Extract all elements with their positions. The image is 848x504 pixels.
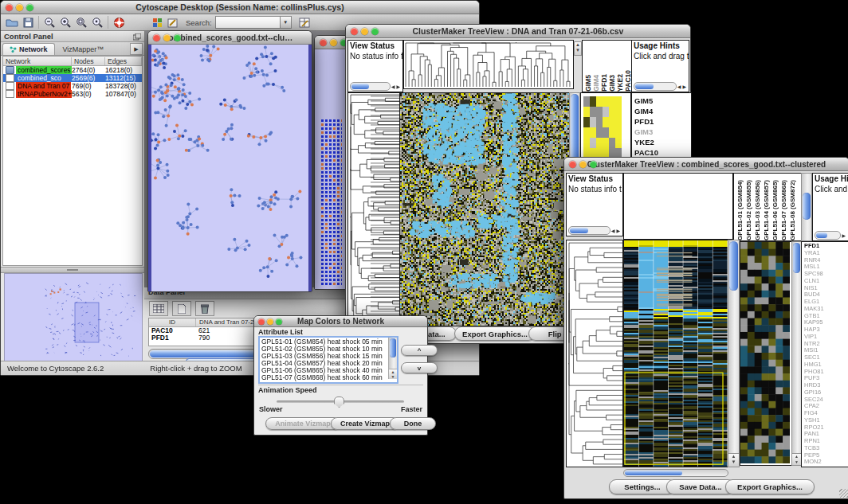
- gene-row-label[interactable]: YKE2: [634, 137, 691, 147]
- tv2-heatmap-vscrollbar[interactable]: ▲▼: [728, 240, 740, 467]
- gene-label[interactable]: PHO81: [804, 369, 848, 376]
- help-lifesaver-icon[interactable]: [111, 15, 127, 29]
- minimize-button[interactable]: [361, 28, 368, 35]
- scroll-left-icon[interactable]: ◀: [610, 228, 616, 233]
- tv2-heatmap-panel[interactable]: [623, 240, 728, 467]
- scroll-right-icon[interactable]: ▶: [615, 228, 621, 233]
- scroll-thumb[interactable]: [729, 241, 738, 291]
- array-column-label[interactable]: GPL51-01 (GSM854): [736, 180, 744, 240]
- column-label[interactable]: GIM3: [608, 75, 616, 92]
- array-column-label[interactable]: GPL51-04 (GSM857): [762, 180, 771, 240]
- tv1-heatmap-panel[interactable]: [399, 92, 570, 326]
- close-button[interactable]: [6, 4, 13, 11]
- close-button[interactable]: [153, 34, 160, 41]
- array-column-label[interactable]: GPL51-06 (GSM865): [771, 180, 779, 240]
- animate-vizmap-button[interactable]: Animate Vizmap: [265, 417, 340, 430]
- vizmapper-icon[interactable]: [149, 15, 165, 29]
- zoom-button[interactable]: [371, 28, 379, 35]
- gene-label[interactable]: CPA2: [804, 403, 848, 410]
- move-up-button[interactable]: ^: [401, 345, 438, 356]
- tv2-row-dendrogram-canvas[interactable]: [567, 240, 622, 467]
- scroll-arrows[interactable]: ▲▼: [792, 453, 801, 465]
- scroll-thumb[interactable]: [793, 243, 800, 273]
- attribute-list[interactable]: GPL51-01 (GSM854) heat shock 05 minGPL51…: [258, 336, 398, 384]
- gene-label[interactable]: MSI1: [804, 347, 848, 354]
- tv1-zoom-heatmap-canvas[interactable]: [583, 96, 622, 158]
- tv1-col-scroll-arrows[interactable]: ▲▼: [574, 41, 582, 56]
- gene-label[interactable]: BUD4: [804, 291, 848, 299]
- tv1-heatmap-canvas[interactable]: [400, 93, 569, 326]
- gene-label[interactable]: HAP3: [804, 326, 848, 334]
- tv1-col-dendrogram-canvas[interactable]: [404, 41, 571, 87]
- main-titlebar[interactable]: Cytoscape Desktop (Session Name: collins…: [1, 1, 479, 14]
- zoom-button[interactable]: [276, 318, 282, 325]
- view-status-scrollbar[interactable]: ◀▶: [350, 83, 401, 90]
- network-table-row[interactable]: DNA and Tran 07 769(0) 183728(0): [3, 82, 142, 90]
- scroll-right-icon[interactable]: ▶: [681, 84, 687, 89]
- tv1-export-graphics-button[interactable]: Export Graphics...: [454, 326, 536, 341]
- gene-label[interactable]: PEP5: [804, 452, 848, 459]
- gene-label[interactable]: RPO21: [804, 424, 848, 432]
- header-nodes[interactable]: Nodes: [72, 57, 105, 65]
- scroll-left-icon[interactable]: ◀: [677, 84, 682, 89]
- resize-grip[interactable]: [839, 489, 848, 498]
- tab-overflow-button[interactable]: ▶: [130, 43, 143, 55]
- network-table-row[interactable]: combined_scores 2764(0) 16218(0): [3, 66, 142, 74]
- column-label[interactable]: GIM4: [592, 75, 600, 92]
- float-panel-icon[interactable]: [133, 29, 141, 44]
- scroll-left-icon[interactable]: ◀: [391, 84, 396, 89]
- network-table-row[interactable]: combined_sco 2569(6) 13112(15): [3, 74, 142, 82]
- network-view[interactable]: [148, 45, 312, 291]
- tv1-row-dendrogram-canvas[interactable]: [348, 93, 400, 326]
- network-window-titlebar[interactable]: combined_scores_good.txt--cluste...: [148, 31, 312, 45]
- network-overview-panel[interactable]: [4, 273, 143, 362]
- close-button[interactable]: [351, 28, 358, 35]
- treeview1-titlebar[interactable]: ClusterMaker TreeView : DNA and Tran 07-…: [346, 25, 690, 38]
- scroll-arrows[interactable]: ▲▼: [389, 369, 397, 379]
- tv2-heatmap-canvas[interactable]: [624, 240, 728, 467]
- tv2-zoom-heatmap-canvas[interactable]: [740, 242, 790, 463]
- slider-thumb[interactable]: [334, 397, 344, 408]
- tv2-column-dendrogram-panel[interactable]: [623, 173, 733, 240]
- attribute-select-icon[interactable]: [149, 301, 168, 316]
- gene-label[interactable]: HMG1: [804, 361, 848, 369]
- tv2-col-labels-scrollbar[interactable]: [801, 173, 812, 241]
- scroll-right-icon[interactable]: ▶: [395, 84, 401, 89]
- minimize-button[interactable]: [163, 34, 171, 41]
- gene-label[interactable]: YSH1: [804, 417, 848, 424]
- header-network[interactable]: Network: [3, 57, 72, 65]
- close-button[interactable]: [569, 161, 576, 168]
- gene-label[interactable]: RNR4: [804, 257, 848, 264]
- zoom-in-icon[interactable]: [57, 15, 73, 29]
- gene-label[interactable]: PUF3: [804, 375, 848, 382]
- search-input[interactable]: [215, 16, 281, 29]
- tv1-column-dendrogram-panel[interactable]: [403, 40, 574, 89]
- open-file-icon[interactable]: [4, 15, 20, 29]
- done-button[interactable]: Done: [390, 417, 436, 430]
- gene-label[interactable]: YRA1: [804, 250, 848, 257]
- attr-header-id[interactable]: ID: [149, 318, 196, 326]
- tv1-row-dendrogram-panel[interactable]: [347, 92, 401, 326]
- zoom-button[interactable]: [590, 161, 597, 168]
- zoom-out-icon[interactable]: [41, 15, 57, 29]
- gene-label[interactable]: SPC98: [804, 271, 848, 278]
- minimize-button[interactable]: [330, 39, 337, 46]
- gene-row-label[interactable]: PFD1: [634, 116, 691, 127]
- gene-row-label[interactable]: GIM3: [634, 127, 691, 137]
- animation-speed-slider[interactable]: [277, 400, 404, 403]
- close-button[interactable]: [258, 318, 265, 325]
- zoom-button[interactable]: [174, 34, 181, 41]
- scroll-arrows[interactable]: ▲▼: [728, 453, 739, 467]
- annotation-icon[interactable]: [165, 15, 181, 29]
- overview-canvas[interactable]: [5, 274, 140, 360]
- zoom-selected-icon[interactable]: [89, 15, 105, 29]
- treeview2-titlebar[interactable]: ClusterMaker TreeView : combined_scores_…: [564, 158, 848, 171]
- scroll-thumb[interactable]: [625, 471, 682, 475]
- table-import-icon[interactable]: [296, 15, 312, 29]
- new-attribute-icon[interactable]: [172, 301, 191, 316]
- tab-network[interactable]: Network: [2, 43, 55, 55]
- gene-label[interactable]: NTR2: [804, 341, 848, 348]
- tv2-zoom-heatmap-panel[interactable]: [740, 241, 792, 466]
- zoom-fit-icon[interactable]: [73, 15, 89, 29]
- close-button[interactable]: [320, 39, 327, 46]
